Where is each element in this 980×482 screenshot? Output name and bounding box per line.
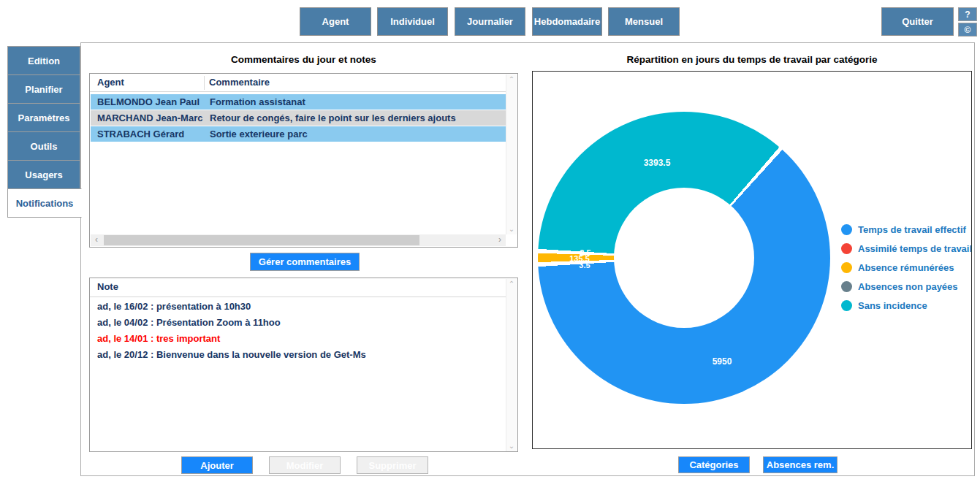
absences-rem-button[interactable]: Absences rem. <box>763 456 837 473</box>
chart-panel: 3393.5 5950 2.5 135.5 3.5 Temps de trava… <box>532 71 972 449</box>
notes-panel: Note ad, le 16/02 : présentation à 10h30… <box>89 278 518 452</box>
modifier-button[interactable]: Modifier <box>269 456 341 474</box>
scroll-up-icon[interactable]: ⌃ <box>506 74 517 85</box>
scroll-down-icon[interactable]: ⌄ <box>506 441 517 451</box>
sidebar-item-planifier[interactable]: Planifier <box>7 74 80 104</box>
note-item[interactable]: ad, le 20/12 : Bienvenue dans la nouvell… <box>97 349 366 364</box>
table-row[interactable]: STRABACH Gérard Sortie exterieure parc <box>91 126 506 142</box>
comment-cell: Sortie exterieure parc <box>204 129 308 139</box>
quitter-button[interactable]: Quitter <box>881 7 954 36</box>
horizontal-scrollbar[interactable]: ‹ › <box>91 234 506 246</box>
legend-item: Absences non payées <box>841 280 958 293</box>
gerer-commentaires-button[interactable]: Gérer commentaires <box>250 253 360 271</box>
slice-label-sans-incidence: 3393.5 <box>635 158 679 168</box>
table-row[interactable]: BELMONDO Jean Paul Formation assistanat <box>91 94 506 110</box>
legend-item: Sans incidence <box>841 299 927 312</box>
chart-title: Répartition en jours du temps de travail… <box>532 54 972 65</box>
comments-table-header: Agent Commentaire <box>90 74 506 92</box>
legend-label: Temps de travail effectif <box>858 224 966 235</box>
legend-dot-yellow-icon <box>841 262 852 273</box>
column-divider <box>204 76 205 90</box>
scroll-up-icon[interactable]: ⌃ <box>506 279 517 289</box>
scroll-left-icon[interactable]: ‹ <box>91 234 102 246</box>
notes-header-divider <box>90 297 506 297</box>
individuel-button[interactable]: Individuel <box>377 7 448 36</box>
legend-dot-blue-icon <box>841 224 852 235</box>
comments-table: Agent Commentaire BELMONDO Jean Paul For… <box>89 73 518 248</box>
note-item[interactable]: ad, le 16/02 : présentation à 10h30 <box>97 301 251 316</box>
agent-cell: STRABACH Gérard <box>91 129 204 139</box>
scroll-down-icon[interactable]: ⌄ <box>506 224 517 234</box>
legend-dot-teal-icon <box>841 300 852 311</box>
vertical-scrollbar[interactable]: ⌃ ⌄ <box>506 74 517 234</box>
sidebar-item-notifications[interactable]: Notifications <box>7 188 82 218</box>
donut-hole <box>614 188 754 328</box>
copyright-button[interactable]: © <box>958 23 977 37</box>
column-header-agent[interactable]: Agent <box>97 77 124 88</box>
sidebar-item-outils[interactable]: Outils <box>7 131 80 161</box>
categories-button[interactable]: Catégories <box>678 456 750 473</box>
legend-label: Absence rémunérées <box>858 262 954 273</box>
note-item[interactable]: ad, le 04/02 : Présentation Zoom à 11hoo <box>97 317 281 332</box>
table-row[interactable]: MARCHAND Jean-Marc Retour de congés, fai… <box>91 110 506 126</box>
slice-label-temps-effectif: 5950 <box>704 356 740 367</box>
comment-cell: Retour de congés, faire le point sur les… <box>204 112 456 123</box>
ajouter-button[interactable]: Ajouter <box>181 456 253 474</box>
notes-header: Note <box>97 281 118 292</box>
agent-button[interactable]: Agent <box>300 7 371 36</box>
hebdomadaire-button[interactable]: Hebdomadaire <box>532 7 602 36</box>
column-header-commentaire[interactable]: Commentaire <box>209 77 270 88</box>
comment-cell: Formation assistanat <box>204 96 305 107</box>
journalier-button[interactable]: Journalier <box>455 7 525 36</box>
legend-label: Absences non payées <box>858 281 958 292</box>
supprimer-button[interactable]: Supprimer <box>357 456 428 474</box>
legend-item: Absence rémunérées <box>841 261 954 274</box>
scroll-right-icon[interactable]: › <box>494 234 506 246</box>
legend-label: Sans incidence <box>858 300 927 311</box>
help-button[interactable]: ? <box>958 7 977 21</box>
sidebar-item-parametres[interactable]: Paramètres <box>7 103 80 132</box>
slice-label-assimile: 3.5 <box>573 261 596 269</box>
agent-cell: MARCHAND Jean-Marc <box>91 112 204 123</box>
scrollbar-thumb[interactable] <box>104 235 419 245</box>
legend-label: Assimilé temps de travail <box>858 243 972 254</box>
mensuel-button[interactable]: Mensuel <box>608 7 680 36</box>
legend-item: Temps de travail effectif <box>841 223 966 236</box>
sidebar-item-edition[interactable]: Edition <box>7 46 80 75</box>
legend-dot-gray-icon <box>841 281 852 292</box>
agent-cell: BELMONDO Jean Paul <box>91 96 204 107</box>
comments-section-title: Commentaires du jour et notes <box>89 54 518 65</box>
note-item[interactable]: ad, le 14/01 : tres important <box>97 333 220 348</box>
vertical-scrollbar[interactable]: ⌃ ⌄ <box>506 279 517 451</box>
legend-dot-red-icon <box>841 243 852 254</box>
legend-item: Assimilé temps de travail <box>841 242 972 255</box>
sidebar-item-usagers[interactable]: Usagers <box>7 160 80 189</box>
